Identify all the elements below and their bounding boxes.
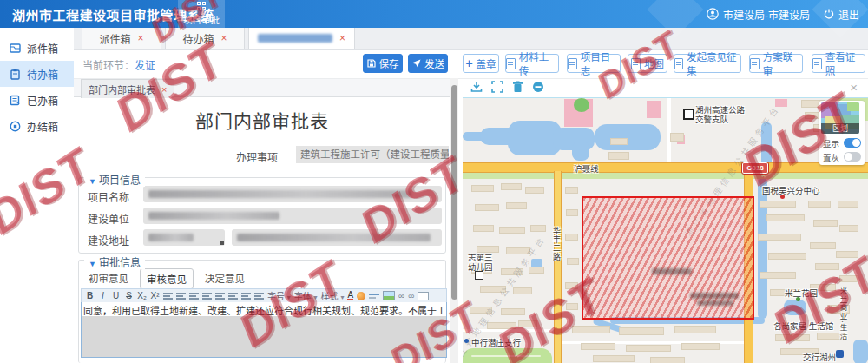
map-water: [595, 124, 661, 150]
nav-tab-project-approval[interactable]: 项目审批: [178, 0, 225, 28]
form-scrollbar[interactable]: [450, 78, 458, 363]
map-water-canal: [758, 178, 767, 319]
build-address-field[interactable]: [232, 229, 442, 246]
close-icon[interactable]: ×: [221, 33, 227, 43]
strikethrough-button[interactable]: S: [124, 291, 134, 300]
user-menu[interactable]: 市建设局-市建设局: [707, 7, 810, 22]
font-size-dropdown[interactable]: 字号 ▾: [267, 289, 291, 302]
tab-initial-opinion[interactable]: 初审意见: [82, 268, 135, 289]
map-building: [567, 258, 579, 265]
todo-box-icon: [10, 69, 21, 80]
project-log-button[interactable]: 项目日志: [567, 54, 621, 73]
map-street: [667, 98, 671, 162]
map-canvas[interactable]: 沪聂线 G318 华丰二路 浙江省地理信息公共服务平台 浙江省地理信息公共服务平…: [463, 97, 868, 363]
close-icon[interactable]: ×: [339, 33, 345, 43]
insert-image-icon[interactable]: [383, 291, 395, 300]
map-delete-icon[interactable]: [512, 81, 523, 93]
redacted-value: [148, 190, 411, 198]
align-justify-icon[interactable]: [202, 292, 212, 300]
user-icon: [707, 8, 719, 20]
logout-button[interactable]: 退出: [824, 7, 859, 22]
superscript-button[interactable]: X²: [150, 291, 160, 300]
map-download-icon[interactable]: [470, 81, 483, 93]
layer-thumbnail[interactable]: 区划: [821, 102, 859, 134]
sidebar-item-todo-box[interactable]: 待办箱: [0, 61, 74, 87]
editor-toolbar: B I U S X₂ X² 字号 ▾ 字体 ▾ 样式 ▾ A ∞ ∞: [81, 288, 447, 303]
obscured-map-label: [652, 268, 692, 274]
save-button[interactable]: 保存: [363, 54, 403, 73]
map-building: [610, 138, 628, 145]
map-button[interactable]: 地图: [628, 54, 667, 73]
project-section: 项目名称 建设单位 建设地址: [78, 177, 446, 254]
material-upload-button[interactable]: 材料上传: [505, 54, 559, 73]
project-section-legend: ▼项目信息: [84, 172, 145, 187]
closed-box-icon: [10, 121, 21, 132]
view-certificate-button[interactable]: 查看证照: [812, 54, 865, 73]
editor-content[interactable]: 同意，利用已取得土地新建、改建、扩建还应符合现行相关规划、规范要求。不属于工业功…: [81, 302, 447, 358]
source-code-icon[interactable]: [418, 292, 429, 300]
review-icon: [750, 58, 760, 69]
map-building: [760, 272, 796, 279]
link-icon[interactable]: ∞: [398, 291, 404, 300]
horizontal-rule-icon[interactable]: [369, 292, 379, 300]
opinion-collect-button[interactable]: 发起意见征集: [674, 54, 741, 73]
map-building: [619, 327, 664, 335]
map-building: [768, 253, 806, 260]
unlink-icon[interactable]: ∞: [408, 291, 414, 300]
poi-boc-label: 中行潜庄支行: [471, 336, 521, 348]
tab-decision-opinion[interactable]: 决定意见: [199, 268, 251, 289]
action-toolbar: 当前环节：发证 保存 发送 +盖章 材料上传 项目日志 地图 发起意见征集 方案…: [74, 50, 868, 79]
unordered-list-icon[interactable]: [254, 292, 264, 300]
italic-button[interactable]: I: [98, 291, 108, 300]
bold-button[interactable]: B: [85, 291, 95, 300]
poi-marker-icon: [683, 109, 694, 120]
align-center-icon[interactable]: [176, 292, 186, 300]
tab-current-project[interactable]: ×: [248, 25, 355, 49]
build-address-region-field[interactable]: [143, 229, 225, 246]
matter-value[interactable]: 建筑工程施工许可（建设工程质量监督手续办: [296, 146, 449, 163]
subscript-button[interactable]: X₂: [137, 291, 147, 300]
joint-review-button[interactable]: 方案联审: [749, 54, 803, 73]
stamp-button[interactable]: +盖章: [463, 54, 499, 73]
close-icon[interactable]: ×: [138, 33, 144, 43]
build-unit-field[interactable]: [143, 208, 442, 224]
map-water: [853, 340, 868, 363]
underline-button[interactable]: U: [111, 291, 121, 300]
g318-badge: G318: [742, 162, 768, 174]
tab-internal-approval-form[interactable]: 部门内部审批表×: [81, 79, 174, 98]
font-family-dropdown[interactable]: 字体 ▾: [294, 289, 318, 302]
tab-review-opinion[interactable]: 审核意见: [140, 268, 194, 289]
highlight-color-icon[interactable]: [357, 292, 365, 300]
tab-dispatch-box[interactable]: 派件箱×: [82, 27, 161, 49]
gray-toggle[interactable]: [844, 152, 861, 162]
outdent-icon[interactable]: [228, 292, 238, 300]
align-right-icon[interactable]: [189, 292, 199, 300]
poi-tax-label: 国税吴兴分中心: [762, 184, 820, 196]
project-name-field[interactable]: [143, 186, 442, 202]
sidebar-item-done-box[interactable]: 已办箱: [0, 87, 74, 113]
map-building: [839, 225, 858, 232]
map-building: [815, 263, 839, 270]
map-water: [572, 142, 589, 161]
current-step-link[interactable]: 发证: [135, 60, 155, 72]
layer-thumb-label: 区划: [821, 123, 859, 134]
scrollbar-thumb[interactable]: [451, 85, 457, 300]
show-toggle[interactable]: [844, 138, 861, 148]
map-building: [760, 201, 796, 208]
font-color-icon[interactable]: A: [347, 291, 353, 300]
style-dropdown[interactable]: 样式 ▾: [321, 289, 345, 302]
sidebar-item-closed-box[interactable]: 办结箱: [0, 113, 74, 139]
indent-icon[interactable]: [215, 292, 225, 300]
map-building: [475, 204, 499, 211]
align-left-icon[interactable]: [163, 292, 173, 300]
map-fullscreen-icon[interactable]: [491, 81, 503, 93]
map-close-icon[interactable]: ×: [850, 80, 858, 95]
map-building: [581, 343, 615, 350]
close-icon[interactable]: ×: [161, 84, 167, 95]
sidebar-item-dispatch-box[interactable]: 派件箱: [0, 35, 74, 61]
send-button[interactable]: 发送: [408, 54, 448, 73]
map-remove-icon[interactable]: [532, 81, 544, 93]
ordered-list-icon[interactable]: [241, 292, 251, 300]
poi-school-icon: [475, 271, 483, 280]
tab-todo-box[interactable]: 待办箱×: [165, 27, 245, 49]
